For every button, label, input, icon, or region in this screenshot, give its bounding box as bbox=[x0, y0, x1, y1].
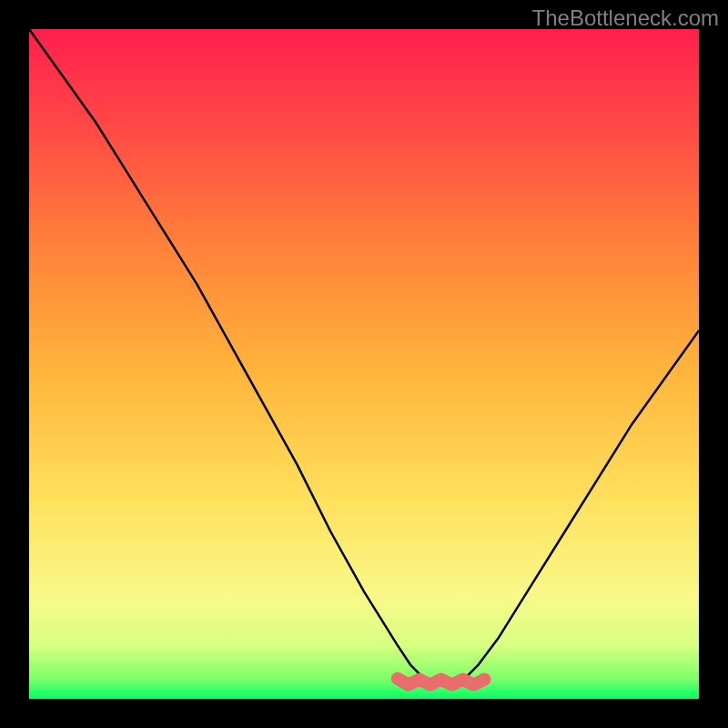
gradient-background bbox=[29, 29, 699, 699]
chart-frame bbox=[29, 29, 699, 699]
optimal-zone-marker bbox=[398, 679, 485, 685]
bottleneck-chart bbox=[29, 29, 699, 699]
watermark: TheBottleneck.com bbox=[532, 5, 719, 31]
